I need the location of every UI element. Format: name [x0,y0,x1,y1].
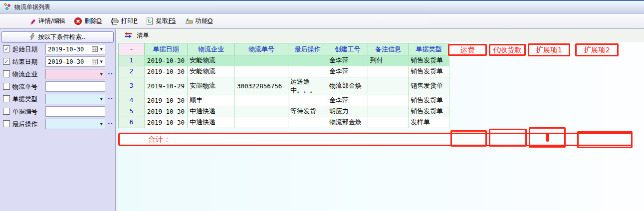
chevron-down-icon[interactable]: ▼ [98,47,105,51]
title-bar: 物流单据列表 [0,0,644,14]
doc-type-label: 单据类型 [12,95,37,104]
cell [368,77,409,95]
cell: 销售发货单 [409,55,449,66]
start-date-value: 2019-10-30 [46,46,92,53]
window-title: 物流单据列表 [14,3,50,11]
table-row-6[interactable]: 62019-10-30中通快递物流部金焕发样单 [119,117,449,128]
delete-icon [74,17,82,25]
cell [288,95,327,106]
logistics-company-label: 物流企业 [12,70,37,79]
start-date-date-picker[interactable]: 2019-10-30▼ [45,44,105,54]
logistics-number-checkbox[interactable] [3,83,10,90]
column-header-5[interactable]: 创建工号 [327,43,368,55]
table-row-3[interactable]: 32019-10-29安能物流300322856756运送途中。。。物流部金焕销… [119,77,449,95]
end-date-value: 2019-10-30 [46,58,92,65]
cell: 中通快递 [188,106,235,117]
logistics-number-input[interactable] [45,81,105,92]
column-header-4[interactable]: 最后操作 [288,43,327,55]
extra-column-label: 运费 [460,45,475,55]
end-date-checkbox[interactable]: ✓ [3,58,10,65]
toolbar: 详情/编辑删除D打印P↻提取F5功能O [0,14,644,29]
doc-type-more-button[interactable]: .. [108,94,113,101]
lightning-icon [29,33,35,42]
cell: 2019-10-30 [145,95,188,106]
doc-type-checkbox[interactable] [3,95,10,102]
chevron-down-icon[interactable]: ▼ [98,97,105,101]
table-row-4[interactable]: 42019-10-30顺丰金李萍销售发货单 [119,95,449,106]
toolbar-button-delete[interactable]: 删除D [72,15,104,27]
column-header-2[interactable]: 物流企业 [188,43,235,55]
logistics-company-checkbox[interactable] [3,70,10,77]
extra-column-annotation-4: 扩展项2 [575,43,619,56]
column-header-0[interactable]: - [119,43,145,55]
logistics-document-list-window: 物流单据列表 详情/编辑删除D打印P↻提取F5功能O 按以下条件检索.. ✓起始… [0,0,644,211]
doc-type-select[interactable]: ▼ [45,94,105,104]
cell [288,117,327,128]
column-header-3[interactable]: 物流单号 [235,43,288,55]
cell [235,117,288,128]
doc-number-input[interactable] [45,106,105,117]
calendar-icon[interactable] [92,46,98,52]
cell: 2 [119,66,145,77]
cell: 金李萍 [327,95,368,106]
printer-icon [111,18,119,25]
cell: 顺丰 [188,95,235,106]
table-row-1[interactable]: 12019-10-30安能物流金李萍到付销售发货单 [119,55,449,66]
cell: 2019-10-29 [145,77,188,95]
column-header-1[interactable]: 单据日期 [145,43,188,55]
toolbar-button-extract[interactable]: ↻提取F5 [144,15,178,27]
toolbar-button-details-edit[interactable]: 详情/编辑 [27,15,67,27]
table-row-2[interactable]: 22019-10-30安能物流金李萍销售发货单 [119,66,449,77]
cell: 安能物流 [188,55,235,66]
chevron-down-icon[interactable]: ▼ [98,60,105,64]
cell: 中通快递 [188,117,235,128]
cell: 4 [119,95,145,106]
table-header-row: -单据日期物流企业物流单号最后操作创建工号备注信息单据类型 [119,43,449,55]
extra-column-annotation-3: 扩展项1 [528,43,570,56]
logistics-number-label: 物流单号 [12,83,37,91]
logistics-company-more-button[interactable]: .. [108,69,113,76]
logistics-company-select[interactable]: ▼ [45,69,105,79]
extra-column-annotation-1: 运费 [448,44,487,56]
table-row-5[interactable]: 52019-10-30中通快递等待发货胡应力销售发货单 [119,106,449,117]
last-operation-select[interactable]: ▼ [45,119,105,129]
cell: 安能物流 [188,66,235,77]
cell: 3 [119,77,145,95]
extra-column-label: 扩展项2 [584,45,610,55]
cell [235,106,288,117]
toolbar-button-function[interactable]: 功能O [183,15,215,27]
refresh-icon: ↻ [146,17,153,25]
doc-number-checkbox[interactable] [3,108,10,115]
search-by-conditions-button[interactable]: 按以下条件检索.. [1,31,114,43]
toolbar-button-label: 删除D [84,17,102,25]
list-panel-title: 清单 [137,31,149,40]
cell: 安能物流 [188,77,235,95]
cell: 6 [119,117,145,128]
cell: 1 [119,55,145,66]
cell [368,106,409,117]
cell: 300322856756 [235,77,288,95]
cell: 2019-10-30 [145,106,188,117]
totals-ext1-cell [529,127,566,148]
column-header-6[interactable]: 备注信息 [368,43,409,55]
column-header-7[interactable]: 单据类型 [409,43,449,55]
totals-cod-cell [489,129,527,147]
last-operation-checkbox[interactable] [3,120,10,127]
chevron-down-icon[interactable]: ▼ [98,72,105,76]
doc-number-label: 单据编号 [12,108,37,116]
calendar-icon[interactable] [92,59,98,64]
extra-column-annotation-2: 代收货款 [489,44,526,56]
toolbar-button-print[interactable]: 打印P [109,15,140,27]
last-operation-label: 最后操作 [12,120,37,129]
last-operation-more-button[interactable]: .. [108,119,113,126]
cell [288,66,327,77]
list-panel-header: 清单 [118,29,644,42]
cell: 销售发货单 [409,95,449,106]
search-button-label: 按以下条件检索.. [38,33,85,41]
start-date-checkbox[interactable]: ✓ [3,45,10,52]
end-date-date-picker[interactable]: 2019-10-30▼ [45,56,105,67]
chevron-down-icon[interactable]: ▼ [98,122,105,126]
cell [235,95,288,106]
filter-row-end-date: ✓结束日期2019-10-30▼ [0,56,116,67]
cell: 2019-10-30 [145,55,188,66]
